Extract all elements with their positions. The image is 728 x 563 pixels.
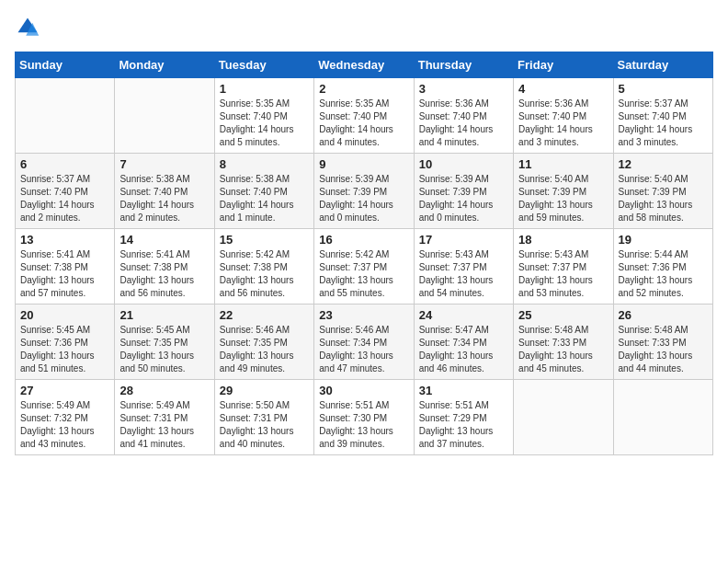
- calendar-cell: [115, 78, 214, 154]
- day-info: Sunrise: 5:46 AM Sunset: 7:34 PM Dayligh…: [319, 324, 408, 375]
- calendar-cell: 5Sunrise: 5:37 AM Sunset: 7:40 PM Daylig…: [613, 78, 712, 154]
- calendar-cell: 25Sunrise: 5:48 AM Sunset: 7:33 PM Dayli…: [514, 304, 613, 380]
- day-number: 18: [518, 233, 608, 247]
- day-info: Sunrise: 5:43 AM Sunset: 7:37 PM Dayligh…: [518, 248, 608, 300]
- day-info: Sunrise: 5:42 AM Sunset: 7:37 PM Dayligh…: [319, 248, 408, 300]
- day-info: Sunrise: 5:38 AM Sunset: 7:40 PM Dayligh…: [220, 173, 309, 224]
- day-number: 23: [319, 308, 408, 322]
- day-number: 26: [619, 308, 708, 322]
- calendar-cell: 28Sunrise: 5:49 AM Sunset: 7:31 PM Dayli…: [115, 380, 214, 455]
- day-of-week-header: Monday: [115, 52, 214, 78]
- calendar-cell: [514, 380, 613, 455]
- calendar-week-row: 20Sunrise: 5:45 AM Sunset: 7:36 PM Dayli…: [16, 304, 713, 380]
- day-number: 17: [419, 233, 508, 247]
- calendar-week-row: 6Sunrise: 5:37 AM Sunset: 7:40 PM Daylig…: [16, 154, 713, 229]
- calendar-cell: 4Sunrise: 5:36 AM Sunset: 7:40 PM Daylig…: [514, 78, 613, 154]
- day-info: Sunrise: 5:47 AM Sunset: 7:34 PM Dayligh…: [419, 324, 508, 375]
- day-info: Sunrise: 5:41 AM Sunset: 7:38 PM Dayligh…: [119, 248, 209, 300]
- day-info: Sunrise: 5:48 AM Sunset: 7:33 PM Dayligh…: [619, 324, 708, 375]
- day-info: Sunrise: 5:35 AM Sunset: 7:40 PM Dayligh…: [319, 98, 408, 149]
- day-info: Sunrise: 5:46 AM Sunset: 7:35 PM Dayligh…: [220, 324, 309, 375]
- day-of-week-header: Saturday: [613, 52, 712, 78]
- day-number: 2: [319, 82, 408, 96]
- day-info: Sunrise: 5:37 AM Sunset: 7:40 PM Dayligh…: [20, 173, 109, 224]
- day-number: 9: [319, 157, 408, 171]
- calendar-cell: 21Sunrise: 5:45 AM Sunset: 7:35 PM Dayli…: [115, 304, 214, 380]
- day-info: Sunrise: 5:37 AM Sunset: 7:40 PM Dayligh…: [619, 98, 708, 149]
- calendar-cell: 18Sunrise: 5:43 AM Sunset: 7:37 PM Dayli…: [514, 229, 613, 304]
- calendar-cell: 31Sunrise: 5:51 AM Sunset: 7:29 PM Dayli…: [414, 380, 513, 455]
- day-info: Sunrise: 5:50 AM Sunset: 7:31 PM Dayligh…: [220, 399, 309, 451]
- calendar-cell: 10Sunrise: 5:39 AM Sunset: 7:39 PM Dayli…: [414, 154, 513, 229]
- calendar-week-row: 27Sunrise: 5:49 AM Sunset: 7:32 PM Dayli…: [16, 380, 713, 455]
- calendar-week-row: 13Sunrise: 5:41 AM Sunset: 7:38 PM Dayli…: [16, 229, 713, 304]
- calendar-cell: 16Sunrise: 5:42 AM Sunset: 7:37 PM Dayli…: [314, 229, 414, 304]
- day-number: 16: [319, 233, 408, 247]
- day-number: 7: [119, 157, 209, 171]
- day-info: Sunrise: 5:40 AM Sunset: 7:39 PM Dayligh…: [619, 173, 708, 224]
- day-info: Sunrise: 5:51 AM Sunset: 7:29 PM Dayligh…: [419, 399, 508, 451]
- calendar-table: SundayMondayTuesdayWednesdayThursdayFrid…: [15, 52, 713, 455]
- day-of-week-header: Wednesday: [314, 52, 414, 78]
- day-info: Sunrise: 5:42 AM Sunset: 7:38 PM Dayligh…: [220, 248, 309, 300]
- day-number: 24: [419, 308, 508, 322]
- day-number: 25: [518, 308, 608, 322]
- day-number: 14: [119, 233, 209, 247]
- calendar-cell: 24Sunrise: 5:47 AM Sunset: 7:34 PM Dayli…: [414, 304, 513, 380]
- day-info: Sunrise: 5:49 AM Sunset: 7:31 PM Dayligh…: [119, 399, 209, 451]
- day-number: 4: [518, 82, 608, 96]
- day-info: Sunrise: 5:41 AM Sunset: 7:38 PM Dayligh…: [20, 248, 109, 300]
- day-number: 12: [619, 157, 708, 171]
- day-number: 5: [619, 82, 708, 96]
- day-number: 29: [220, 384, 309, 397]
- day-info: Sunrise: 5:48 AM Sunset: 7:33 PM Dayligh…: [518, 324, 608, 375]
- calendar-cell: 30Sunrise: 5:51 AM Sunset: 7:30 PM Dayli…: [314, 380, 414, 455]
- calendar-cell: 1Sunrise: 5:35 AM Sunset: 7:40 PM Daylig…: [214, 78, 313, 154]
- calendar-cell: 26Sunrise: 5:48 AM Sunset: 7:33 PM Dayli…: [613, 304, 712, 380]
- day-info: Sunrise: 5:36 AM Sunset: 7:40 PM Dayligh…: [518, 98, 608, 149]
- day-number: 28: [119, 384, 209, 397]
- calendar-cell: [613, 380, 712, 455]
- day-number: 19: [619, 233, 708, 247]
- page-header: [15, 15, 713, 40]
- day-info: Sunrise: 5:39 AM Sunset: 7:39 PM Dayligh…: [319, 173, 408, 224]
- day-of-week-header: Tuesday: [214, 52, 313, 78]
- day-number: 20: [20, 308, 109, 322]
- calendar-cell: 17Sunrise: 5:43 AM Sunset: 7:37 PM Dayli…: [414, 229, 513, 304]
- calendar-cell: 20Sunrise: 5:45 AM Sunset: 7:36 PM Dayli…: [16, 304, 115, 380]
- calendar-cell: [16, 78, 115, 154]
- day-info: Sunrise: 5:38 AM Sunset: 7:40 PM Dayligh…: [119, 173, 209, 224]
- day-number: 15: [220, 233, 309, 247]
- day-info: Sunrise: 5:43 AM Sunset: 7:37 PM Dayligh…: [419, 248, 508, 300]
- day-number: 1: [220, 82, 309, 96]
- logo: [15, 15, 44, 40]
- day-number: 11: [518, 157, 608, 171]
- day-info: Sunrise: 5:49 AM Sunset: 7:32 PM Dayligh…: [20, 399, 109, 451]
- calendar-cell: 23Sunrise: 5:46 AM Sunset: 7:34 PM Dayli…: [314, 304, 414, 380]
- day-info: Sunrise: 5:44 AM Sunset: 7:36 PM Dayligh…: [619, 248, 708, 300]
- calendar-cell: 22Sunrise: 5:46 AM Sunset: 7:35 PM Dayli…: [214, 304, 313, 380]
- day-number: 10: [419, 157, 508, 171]
- calendar-cell: 14Sunrise: 5:41 AM Sunset: 7:38 PM Dayli…: [115, 229, 214, 304]
- calendar-cell: 9Sunrise: 5:39 AM Sunset: 7:39 PM Daylig…: [314, 154, 414, 229]
- calendar-week-row: 1Sunrise: 5:35 AM Sunset: 7:40 PM Daylig…: [16, 78, 713, 154]
- day-number: 27: [20, 384, 109, 397]
- logo-icon: [15, 15, 40, 40]
- day-number: 8: [220, 157, 309, 171]
- day-info: Sunrise: 5:39 AM Sunset: 7:39 PM Dayligh…: [419, 173, 508, 224]
- day-number: 21: [119, 308, 209, 322]
- calendar-cell: 15Sunrise: 5:42 AM Sunset: 7:38 PM Dayli…: [214, 229, 313, 304]
- day-of-week-header: Thursday: [414, 52, 513, 78]
- calendar-cell: 6Sunrise: 5:37 AM Sunset: 7:40 PM Daylig…: [16, 154, 115, 229]
- day-of-week-header: Friday: [514, 52, 613, 78]
- calendar-cell: 7Sunrise: 5:38 AM Sunset: 7:40 PM Daylig…: [115, 154, 214, 229]
- day-of-week-header: Sunday: [16, 52, 115, 78]
- calendar-cell: 13Sunrise: 5:41 AM Sunset: 7:38 PM Dayli…: [16, 229, 115, 304]
- day-number: 6: [20, 157, 109, 171]
- calendar-cell: 2Sunrise: 5:35 AM Sunset: 7:40 PM Daylig…: [314, 78, 414, 154]
- day-number: 31: [419, 384, 508, 397]
- day-info: Sunrise: 5:40 AM Sunset: 7:39 PM Dayligh…: [518, 173, 608, 224]
- day-info: Sunrise: 5:51 AM Sunset: 7:30 PM Dayligh…: [319, 399, 408, 451]
- calendar-cell: 11Sunrise: 5:40 AM Sunset: 7:39 PM Dayli…: [514, 154, 613, 229]
- day-info: Sunrise: 5:45 AM Sunset: 7:35 PM Dayligh…: [119, 324, 209, 375]
